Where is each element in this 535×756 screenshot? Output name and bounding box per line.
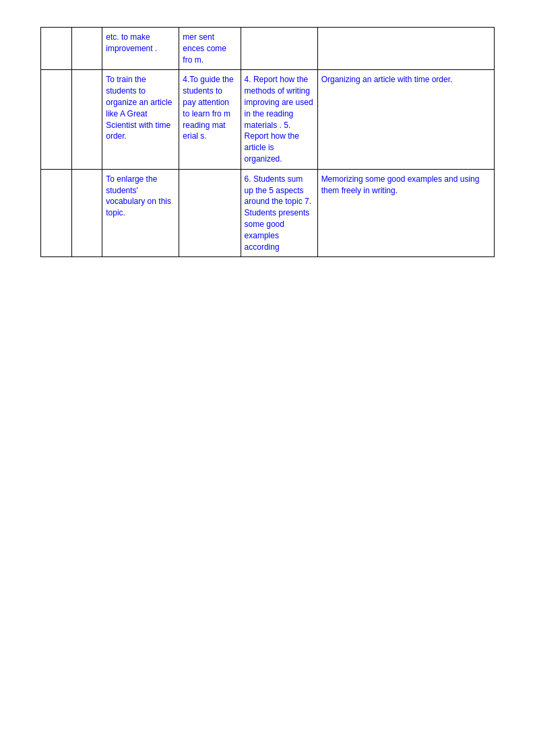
table-row: To train the students to organize an art… bbox=[41, 70, 495, 169]
main-table: etc. to make improvement . mer sent ence… bbox=[40, 27, 495, 257]
cell-r3-c5: 6. Students sum up the 5 aspects around … bbox=[241, 169, 317, 257]
cell-r2-c2 bbox=[71, 70, 102, 169]
cell-r2-c5: 4. Report how the methods of writing imp… bbox=[241, 70, 317, 169]
cell-r3-c2 bbox=[71, 169, 102, 257]
cell-r1-c1 bbox=[41, 28, 72, 70]
text-guide: 4.To guide the students to pay attention… bbox=[183, 75, 233, 141]
page: etc. to make improvement . mer sent ence… bbox=[0, 0, 535, 756]
cell-r2-c1 bbox=[41, 70, 72, 169]
cell-r2-c4: 4.To guide the students to pay attention… bbox=[179, 70, 241, 169]
cell-r3-c4 bbox=[179, 169, 241, 257]
cell-r1-c5 bbox=[241, 28, 317, 70]
text-mer: mer sent ences come fro m. bbox=[183, 32, 226, 65]
cell-r3-c1 bbox=[41, 169, 72, 257]
cell-r1-c6 bbox=[317, 28, 494, 70]
cell-r1-c2 bbox=[71, 28, 102, 70]
text-memorizing: Memorizing some good examples and using … bbox=[321, 174, 480, 195]
cell-r3-c6: Memorizing some good examples and using … bbox=[317, 169, 494, 257]
text-students-sum: 6. Students sum up the 5 aspects around … bbox=[245, 174, 311, 252]
cell-r2-c3: To train the students to organize an art… bbox=[102, 70, 179, 169]
text-etc: etc. to make improvement . bbox=[106, 32, 157, 53]
text-enlarge: To enlarge the students' vocabulary on t… bbox=[106, 174, 171, 217]
text-organizing: Organizing an article with time order. bbox=[321, 75, 453, 84]
cell-r1-c4: mer sent ences come fro m. bbox=[179, 28, 241, 70]
table-row: To enlarge the students' vocabulary on t… bbox=[41, 169, 495, 257]
text-report: 4. Report how the methods of writing imp… bbox=[245, 75, 313, 164]
cell-r2-c6: Organizing an article with time order. bbox=[317, 70, 494, 169]
table-row: etc. to make improvement . mer sent ence… bbox=[41, 28, 495, 70]
cell-r1-c3: etc. to make improvement . bbox=[102, 28, 179, 70]
cell-r3-c3: To enlarge the students' vocabulary on t… bbox=[102, 169, 179, 257]
text-train: To train the students to organize an art… bbox=[106, 75, 172, 141]
